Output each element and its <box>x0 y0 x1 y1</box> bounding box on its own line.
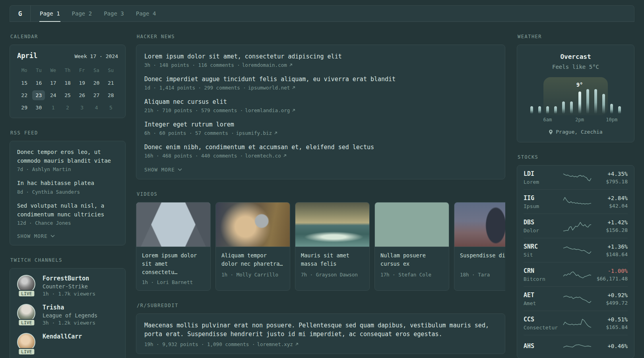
calendar-day[interactable]: 27 <box>89 90 103 100</box>
rss-item[interactable]: Sed volutpat nulla nisl, a condimentum n… <box>17 202 118 226</box>
hn-story-domain[interactable]: loremdomain.com <box>242 62 287 68</box>
center-column: HACKER NEWS Lorem ipsum dolor sit amet, … <box>136 34 505 358</box>
video-card[interactable]: Lorem ipsum dolor sit amet consectetu… 1… <box>136 202 211 291</box>
weather-temp-bar <box>578 91 581 114</box>
calendar-day[interactable]: 17 <box>46 78 60 88</box>
calendar-day[interactable]: 28 <box>104 90 118 100</box>
hn-story-meta: 1d · 1,414 points · 299 comments · ipsum… <box>144 85 497 91</box>
hn-story-stats: 6h · 60 points · 57 comments · <box>144 130 234 136</box>
weather-bar-slot <box>528 78 535 114</box>
calendar-section: CALENDAR April Week 17 · 2024 MoTuWeThFr… <box>10 34 126 118</box>
twitch-channel[interactable]: LIVE KendallCarr <box>17 333 118 352</box>
weather-temp-bar <box>602 94 605 114</box>
stock-name: Sit <box>524 252 561 258</box>
hn-story[interactable]: Donec enim nibh, condimentum et accumsan… <box>144 144 497 159</box>
stocks-card: LDI Lorem +4.35% $795.18 IIG Ipsum <box>517 165 634 358</box>
calendar-day[interactable]: 22 <box>17 90 31 100</box>
video-card[interactable]: Mauris sit amet massa felis 7h · Grayson… <box>295 202 370 291</box>
calendar-day[interactable]: 16 <box>31 78 46 88</box>
hn-story[interactable]: Integer eget rutrum lorem 6h · 60 points… <box>144 121 497 136</box>
calendar-day[interactable]: 2 <box>60 103 75 113</box>
dashboard: CALENDAR April Week 17 · 2024 MoTuWeThFr… <box>0 22 644 358</box>
rss-item[interactable]: Donec tempor eros leo, ut commodo mauris… <box>17 148 118 172</box>
weather-temp-bar <box>586 89 589 114</box>
weather-temp-bar <box>538 106 541 114</box>
hn-story-domain[interactable]: ipsumify.biz <box>236 130 272 136</box>
stock-row[interactable]: AHS +0.46% <box>524 335 628 358</box>
calendar-day-name: Th <box>60 66 75 76</box>
stock-row[interactable]: CRN Bitcorn -1.00% $66,171.48 <box>524 263 628 287</box>
subreddit-post-text[interactable]: Maecenas mollis pulvinar erat non posuer… <box>144 321 497 339</box>
hn-story[interactable]: Donec imperdiet augue tincidunt felis al… <box>144 76 497 91</box>
video-meta: 1h · Molly Carrillo <box>216 269 290 283</box>
video-card[interactable]: Nullam posuere cursus ex 17h · Stefan Co… <box>374 202 449 291</box>
calendar-day[interactable]: 18 <box>60 78 75 88</box>
calendar-day[interactable]: 26 <box>75 90 89 100</box>
hn-story-meta: 21h · 710 points · 579 comments · loreml… <box>144 107 497 113</box>
hn-story-domain[interactable]: ipsumworld.net <box>248 85 290 91</box>
weather-condition: Overcast <box>524 53 628 60</box>
twitch-channel-name: KendallCarr <box>43 333 82 340</box>
weather-axis: 6am2pm10pm <box>528 117 624 123</box>
stock-row[interactable]: DBS Dolor +1.42% $156.28 <box>524 214 628 238</box>
stock-row[interactable]: SNRC Sit +1.36% $148.64 <box>524 238 628 263</box>
external-link-icon <box>283 154 287 158</box>
stock-row[interactable]: CCS Consectetur +0.51% $165.84 <box>524 311 628 335</box>
weather-temp-bar <box>554 106 557 114</box>
calendar-day[interactable]: 23 <box>31 90 46 100</box>
stock-sparkline <box>563 292 592 306</box>
calendar-day[interactable]: 1 <box>46 103 60 113</box>
stock-ticker: IIG <box>524 195 561 202</box>
tab-page-2[interactable]: Page 2 <box>66 6 98 21</box>
video-thumbnail <box>454 202 505 247</box>
twitch-channel[interactable]: LIVE ForrestBurton Counter-Strike 1h · 1… <box>17 275 118 297</box>
twitch-channel[interactable]: LIVE Trisha League of Legends 3h · 1.2k … <box>17 304 118 326</box>
video-row: Lorem ipsum dolor sit amet consectetu… 1… <box>136 202 505 291</box>
rss-show-more-button[interactable]: SHOW MORE <box>17 233 55 239</box>
calendar-day[interactable]: 3 <box>75 103 89 113</box>
hn-story-domain[interactable]: loremlandia.org <box>245 107 290 113</box>
tab-page-1[interactable]: Page 1 <box>34 6 66 21</box>
page-tabs: Page 1 Page 2 Page 3 Page 4 <box>34 6 162 21</box>
hn-story-meta: 6h · 60 points · 57 comments · ipsumify.… <box>144 130 497 136</box>
stock-sparkline <box>563 317 592 330</box>
hn-story-stats: 16h · 468 points · 440 comments · <box>144 153 243 159</box>
video-thumbnail <box>295 202 369 247</box>
calendar-day[interactable]: 21 <box>104 78 118 88</box>
calendar-day[interactable]: 29 <box>17 103 31 113</box>
weather-bar-slot <box>592 78 599 114</box>
hn-story-meta: 16h · 468 points · 440 comments · loremt… <box>144 153 497 159</box>
tab-page-3[interactable]: Page 3 <box>98 6 130 21</box>
hn-show-more-button[interactable]: SHOW MORE <box>144 167 182 173</box>
calendar-day[interactable]: 15 <box>17 78 31 88</box>
calendar-day[interactable]: 5 <box>104 103 118 113</box>
weather-bar-slot: 9° <box>576 78 584 114</box>
weather-location-row: Prague, Czechia <box>524 129 628 135</box>
weather-temp-bar <box>594 89 597 114</box>
video-card[interactable]: Suspendisse diam 18h · Tara <box>454 202 505 291</box>
stock-price: $148.64 <box>594 251 628 257</box>
subreddit-post-domain[interactable]: loremnet.xyz <box>257 341 293 347</box>
stock-row[interactable]: AET Amet +0.92% $499.72 <box>524 287 628 311</box>
calendar-day[interactable]: 19 <box>75 78 89 88</box>
tab-page-4[interactable]: Page 4 <box>130 6 162 21</box>
calendar-day-name: Tu <box>31 66 46 76</box>
weather-bar-slot <box>600 78 608 114</box>
hn-story[interactable]: Aliquam nec cursus elit 21h · 710 points… <box>144 98 497 113</box>
video-card[interactable]: Aliquam tempor dolor nec pharetra… 1h · … <box>215 202 290 291</box>
calendar-day[interactable]: 20 <box>89 78 103 88</box>
stock-row[interactable]: IIG Ipsum +2.84% $42.04 <box>524 190 628 214</box>
app-logo: G <box>10 6 31 21</box>
calendar-day[interactable]: 25 <box>60 90 75 100</box>
hn-story[interactable]: Lorem ipsum dolor sit amet, consectetur … <box>144 53 497 68</box>
rss-item-title: Sed volutpat nulla nisl, a condimentum n… <box>17 202 118 219</box>
calendar-day[interactable]: 30 <box>31 103 46 113</box>
hn-story-domain[interactable]: loremtech.co <box>245 153 281 159</box>
weather-chart: 9° <box>528 78 624 114</box>
rss-item[interactable]: In hac habitasse platea 8d · Cynthia Sau… <box>17 179 118 195</box>
stock-change: +1.42% <box>594 219 628 226</box>
calendar-day[interactable]: 24 <box>46 90 60 100</box>
stock-row[interactable]: LDI Lorem +4.35% $795.18 <box>524 165 628 190</box>
hn-story-title: Donec enim nibh, condimentum et accumsan… <box>144 144 497 151</box>
calendar-day[interactable]: 4 <box>89 103 103 113</box>
